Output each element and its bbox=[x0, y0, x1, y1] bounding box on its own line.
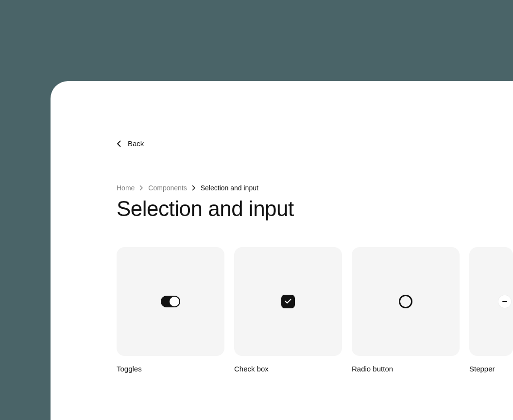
chevron-right-icon bbox=[192, 185, 196, 191]
tile-stepper bbox=[469, 247, 513, 356]
chevron-left-icon bbox=[117, 140, 121, 147]
chevron-right-icon bbox=[139, 185, 143, 191]
minus-icon bbox=[498, 295, 511, 308]
stepper-icon bbox=[498, 295, 513, 308]
breadcrumb: Home Components Selection and input bbox=[117, 184, 513, 192]
card-label: Stepper bbox=[469, 365, 513, 373]
card-stepper[interactable]: Stepper bbox=[469, 247, 513, 373]
toggle-icon bbox=[161, 296, 180, 307]
breadcrumb-item-home[interactable]: Home bbox=[117, 184, 135, 192]
page-title: Selection and input bbox=[117, 197, 513, 221]
card-radio[interactable]: Radio button bbox=[352, 247, 460, 373]
card-toggles[interactable]: Toggles bbox=[117, 247, 224, 373]
card-label: Radio button bbox=[352, 365, 460, 373]
svg-rect-0 bbox=[502, 301, 507, 302]
card-label: Toggles bbox=[117, 365, 224, 373]
breadcrumb-item-current: Selection and input bbox=[201, 184, 258, 192]
tile-checkbox bbox=[234, 247, 342, 356]
checkbox-icon bbox=[281, 295, 295, 308]
tile-radio bbox=[352, 247, 460, 356]
cards-row: Toggles Check box Radio button bbox=[117, 247, 513, 373]
tile-toggles bbox=[117, 247, 224, 356]
card-checkbox[interactable]: Check box bbox=[234, 247, 342, 373]
back-button[interactable]: Back bbox=[117, 139, 144, 148]
card-label: Check box bbox=[234, 365, 342, 373]
content-panel: Back Home Components Selection and input… bbox=[51, 81, 513, 420]
back-label: Back bbox=[128, 139, 144, 148]
breadcrumb-item-components[interactable]: Components bbox=[148, 184, 187, 192]
radio-icon bbox=[399, 295, 412, 308]
